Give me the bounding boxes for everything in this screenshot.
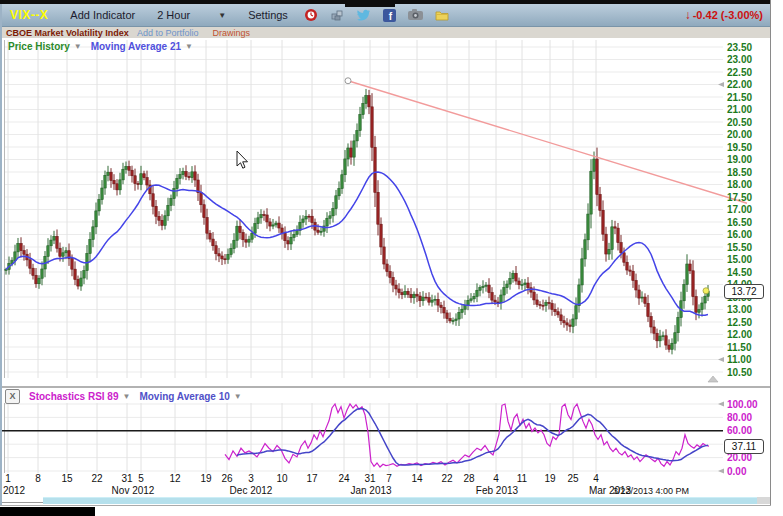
drawings-link[interactable]: Drawings (212, 28, 250, 38)
candle-body (596, 159, 598, 194)
candle-body (605, 234, 607, 254)
candle-body (263, 215, 265, 216)
price-change: ↓ -0.42 (-3.00%) (685, 8, 763, 22)
candle-body (236, 226, 238, 240)
add-indicator-button[interactable]: Add Indicator (70, 9, 135, 21)
candle-body (551, 304, 553, 310)
chevron-down-icon[interactable]: ▼ (218, 11, 226, 20)
candle-body (653, 327, 655, 333)
close-indicator-button[interactable]: X (5, 389, 20, 404)
candle-body (428, 298, 430, 303)
candle-body (614, 227, 616, 228)
candle-body (161, 220, 163, 225)
day-tick-label: 4 (593, 473, 599, 484)
candle-body (209, 233, 211, 239)
candle-body (101, 188, 103, 200)
candle-body (242, 233, 244, 240)
collapse-handle-icon (708, 376, 718, 382)
chevron-down-icon[interactable]: ▼ (74, 42, 82, 51)
chevron-down-icon[interactable]: ▼ (234, 392, 242, 401)
candle-body (671, 343, 673, 349)
candle-body (560, 315, 562, 321)
axis-marker-icon (718, 357, 724, 362)
scrollbar-corner (757, 497, 770, 504)
day-tick-label: 31 (121, 473, 133, 484)
candle-body (158, 216, 160, 220)
scrollbar-thumb[interactable] (43, 497, 757, 504)
candle-body (392, 277, 394, 285)
interval-dropdown[interactable]: 2 Hour (157, 9, 190, 21)
day-tick-label: 19 (200, 473, 212, 484)
month-label: Feb 2013 (476, 485, 519, 496)
add-to-portfolio-link[interactable]: Add to Portfolio (137, 28, 199, 38)
candle-body (164, 216, 166, 226)
blocks-icon[interactable] (330, 8, 344, 22)
folder-icon[interactable] (435, 9, 449, 21)
candle-body (692, 271, 694, 297)
day-tick-label: 12 (169, 473, 181, 484)
day-tick-label: 31 (364, 473, 376, 484)
candle-body (110, 172, 112, 180)
candle-body (479, 287, 481, 290)
moving-average-21-dropdown[interactable]: Moving Average 21 (91, 41, 181, 52)
candle-body (59, 248, 61, 256)
candle-body (584, 240, 586, 259)
candle-body (482, 286, 484, 287)
chart-canvas[interactable]: 23.5023.0022.5022.0021.5021.0020.5020.00… (0, 0, 783, 516)
candle-body (287, 241, 289, 244)
chevron-down-icon[interactable]: ▼ (122, 392, 130, 401)
candle-body (134, 176, 136, 184)
settings-button[interactable]: Settings (248, 9, 288, 21)
candle-body (329, 216, 331, 218)
facebook-icon[interactable]: f (383, 9, 396, 22)
candle-body (92, 227, 94, 240)
candle-body (353, 141, 355, 157)
candle-body (431, 300, 433, 302)
candle-body (311, 216, 313, 222)
price-history-dropdown[interactable]: Price History (8, 41, 70, 52)
scrollbar-track[interactable] (2, 502, 43, 503)
trendline-handle (345, 78, 351, 84)
month-label: Nov 2012 (112, 485, 155, 496)
twitter-icon[interactable] (356, 8, 371, 22)
chevron-down-icon[interactable]: ▼ (185, 42, 193, 51)
candle-body (20, 244, 22, 251)
candle-body (341, 175, 343, 189)
candle-body (437, 299, 439, 305)
symbol-label[interactable]: VIX--X (10, 8, 48, 22)
day-tick-label: 3 (248, 473, 254, 484)
stochastics-dropdown[interactable]: Stochastics RSI 89 (29, 391, 118, 402)
candle-body (344, 159, 346, 175)
price-axis-label: 15.00 (727, 254, 752, 265)
candle-body (488, 285, 490, 292)
window-bottom-edge (0, 505, 771, 506)
candle-body (386, 264, 388, 272)
alarm-icon[interactable] (304, 8, 318, 22)
candle-body (71, 259, 73, 270)
moving-average-10-dropdown[interactable]: Moving Average 10 (139, 391, 229, 402)
candle-body (266, 215, 268, 222)
candle-body (689, 264, 691, 271)
candle-body (206, 218, 208, 234)
stoch-legend: X Stochastics RSI 89 ▼ Moving Average 10… (5, 389, 242, 404)
price-legend: Price History ▼ Moving Average 21 ▼ (8, 41, 193, 52)
candle-body (194, 172, 196, 180)
candle-body (542, 305, 544, 306)
candle-body (224, 259, 226, 260)
candle-body (245, 240, 247, 242)
candle-body (389, 272, 391, 278)
candle-body (656, 333, 658, 341)
candle-body (278, 223, 280, 228)
candle-body (200, 193, 202, 205)
candle-body (113, 180, 115, 183)
candle-body (434, 299, 436, 300)
candle-body (665, 336, 667, 345)
axis-marker-icon (718, 402, 724, 407)
candle-body (626, 262, 628, 270)
stoch-value-box: 37.11 (724, 439, 764, 454)
camera-icon[interactable] (408, 9, 423, 21)
candle-body (608, 249, 610, 254)
candle-body (80, 278, 82, 286)
candle-body (575, 306, 577, 319)
candle-body (155, 206, 157, 216)
